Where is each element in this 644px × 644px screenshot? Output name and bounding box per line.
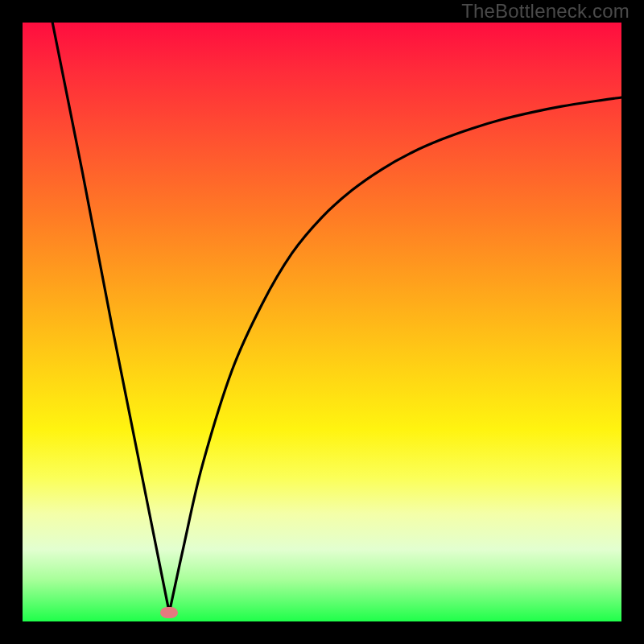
bottleneck-curve	[23, 23, 621, 621]
plot-area	[23, 23, 621, 621]
minimum-marker	[160, 607, 178, 618]
chart-frame: TheBottleneck.com	[0, 0, 644, 644]
watermark-text: TheBottleneck.com	[461, 0, 630, 23]
